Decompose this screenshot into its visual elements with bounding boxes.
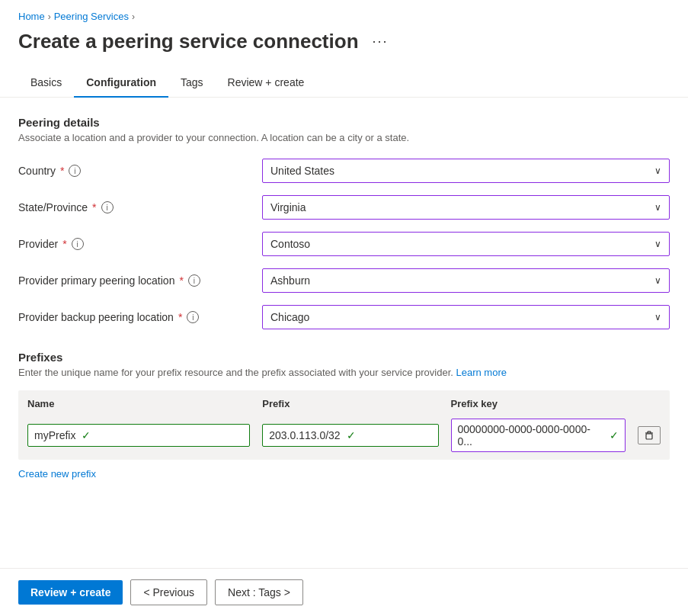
page-title: Create a peering service connection — [18, 30, 359, 53]
tab-configuration[interactable]: Configuration — [74, 69, 168, 98]
svg-rect-0 — [646, 434, 652, 439]
primary-location-row: Provider primary peering location * i As… — [18, 268, 670, 293]
prefix-delete-button[interactable] — [638, 426, 661, 444]
prefix-name-check-icon: ✓ — [82, 429, 91, 441]
prefix-name-input[interactable]: myPrefix ✓ — [27, 424, 250, 447]
provider-required: * — [62, 238, 66, 250]
country-label-text: Country — [18, 165, 56, 177]
prefix-value-cell: 203.0.113.0/32 ✓ — [256, 415, 444, 455]
prefix-key-cell: 00000000-0000-0000-0000-0... ✓ — [445, 415, 632, 455]
backup-location-chevron-icon: ∨ — [654, 312, 661, 322]
country-row: Country * i United States ∨ — [18, 159, 670, 183]
page-title-row: Create a peering service connection ··· — [0, 27, 688, 69]
peering-details-desc: Associate a location and a provider to y… — [18, 132, 670, 143]
col-header-name: Name — [21, 395, 256, 415]
breadcrumb-peering-services[interactable]: Peering Services — [54, 11, 129, 22]
country-control: United States ∨ — [262, 159, 670, 183]
primary-location-select[interactable]: Ashburn ∨ — [262, 268, 670, 293]
prefix-name-value: myPrefix — [34, 429, 75, 441]
primary-location-info-icon[interactable]: i — [188, 274, 200, 287]
primary-location-chevron-icon: ∨ — [654, 275, 661, 286]
state-value: Virginia — [270, 201, 306, 213]
col-header-action — [632, 395, 667, 415]
breadcrumb-sep-1: › — [48, 11, 51, 22]
country-info-icon[interactable]: i — [69, 165, 81, 177]
country-required: * — [60, 165, 64, 177]
peering-details-title: Peering details — [18, 116, 670, 129]
country-chevron-icon: ∨ — [654, 165, 661, 176]
prefixes-desc: Enter the unique name for your prefix re… — [18, 367, 670, 378]
backup-location-label-text: Provider backup peering location — [18, 311, 174, 323]
prefix-key-check-icon: ✓ — [610, 429, 619, 441]
provider-info-icon[interactable]: i — [72, 238, 84, 250]
tab-basics[interactable]: Basics — [18, 69, 74, 98]
prefix-value-text: 203.0.113.0/32 — [269, 429, 340, 441]
backup-location-row: Provider backup peering location * i Chi… — [18, 305, 670, 329]
col-header-key: Prefix key — [445, 395, 632, 415]
state-required: * — [92, 201, 96, 213]
trash-icon — [644, 430, 654, 441]
provider-row: Provider * i Contoso ∨ — [18, 232, 670, 256]
provider-label: Provider * i — [18, 238, 262, 250]
ellipsis-button[interactable]: ··· — [368, 32, 393, 51]
provider-chevron-icon: ∨ — [654, 239, 661, 249]
prefix-value-input[interactable]: 203.0.113.0/32 ✓ — [262, 424, 438, 447]
country-value: United States — [270, 165, 334, 177]
backup-location-control: Chicago ∨ — [262, 305, 670, 329]
tab-tags[interactable]: Tags — [168, 69, 216, 98]
prefixes-desc-text: Enter the unique name for your prefix re… — [18, 367, 456, 378]
primary-location-control: Ashburn ∨ — [262, 268, 670, 293]
create-new-prefix-row: Create new prefix — [18, 467, 670, 480]
prefix-table-wrapper: Name Prefix Prefix key myPrefix ✓ — [18, 390, 670, 460]
backup-location-info-icon[interactable]: i — [187, 311, 199, 323]
content-area: Peering details Associate a location and… — [0, 98, 688, 498]
prefix-table: Name Prefix Prefix key myPrefix ✓ — [21, 395, 667, 455]
prefix-key-input[interactable]: 00000000-0000-0000-0000-0... ✓ — [451, 419, 626, 452]
prefix-key-value: 00000000-0000-0000-0000-0... — [458, 423, 605, 448]
backup-location-value: Chicago — [270, 311, 309, 323]
country-label: Country * i — [18, 165, 262, 177]
prefix-check-icon: ✓ — [347, 429, 356, 441]
state-select[interactable]: Virginia ∨ — [262, 195, 670, 220]
backup-location-select[interactable]: Chicago ∨ — [262, 305, 670, 329]
create-new-prefix-link[interactable]: Create new prefix — [18, 468, 96, 480]
provider-select[interactable]: Contoso ∨ — [262, 232, 670, 256]
state-row: State/Province * i Virginia ∨ — [18, 195, 670, 220]
primary-location-value: Ashburn — [270, 274, 310, 287]
state-label: State/Province * i — [18, 201, 262, 213]
prefixes-title: Prefixes — [18, 351, 670, 364]
backup-location-required: * — [178, 311, 182, 323]
state-chevron-icon: ∨ — [654, 202, 661, 213]
prefix-delete-cell — [632, 415, 667, 455]
primary-location-label-text: Provider primary peering location — [18, 274, 174, 287]
prefixes-learn-more-link[interactable]: Learn more — [456, 367, 506, 378]
col-header-prefix: Prefix — [256, 395, 444, 415]
tabs-row: Basics Configuration Tags Review + creat… — [0, 69, 688, 98]
tab-review-create[interactable]: Review + create — [216, 69, 317, 98]
provider-value: Contoso — [270, 238, 310, 250]
primary-location-label: Provider primary peering location * i — [18, 274, 262, 287]
prefixes-section: Prefixes Enter the unique name for your … — [18, 351, 670, 480]
primary-location-required: * — [179, 274, 183, 287]
country-select[interactable]: United States ∨ — [262, 159, 670, 183]
provider-label-text: Provider — [18, 238, 58, 250]
table-row: myPrefix ✓ 203.0.113.0/32 ✓ — [21, 415, 667, 455]
breadcrumb-sep-2: › — [132, 11, 135, 22]
breadcrumb-home[interactable]: Home — [18, 11, 45, 22]
backup-location-label: Provider backup peering location * i — [18, 311, 262, 323]
breadcrumb: Home › Peering Services › — [0, 0, 688, 27]
prefix-name-cell: myPrefix ✓ — [21, 415, 256, 455]
state-info-icon[interactable]: i — [101, 201, 114, 213]
provider-control: Contoso ∨ — [262, 232, 670, 256]
state-control: Virginia ∨ — [262, 195, 670, 220]
state-label-text: State/Province — [18, 201, 88, 213]
